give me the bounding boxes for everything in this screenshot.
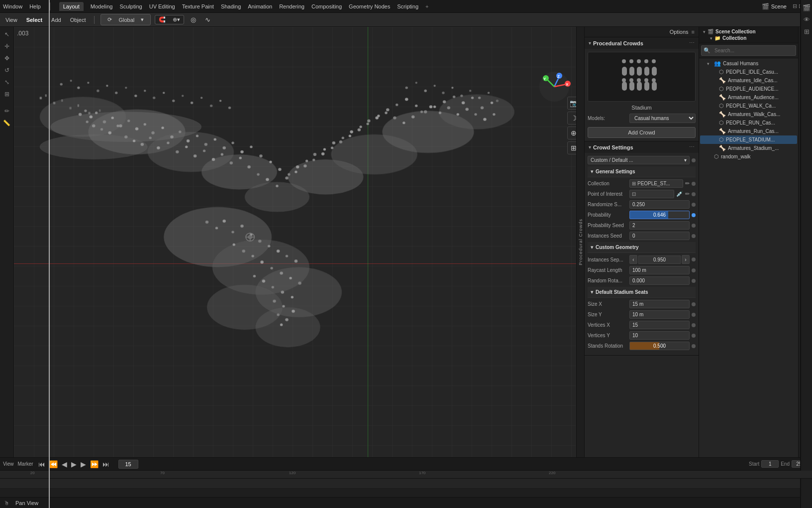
panel-menu-icon[interactable]: ≡: [692, 29, 695, 35]
outliner-item-people-idle[interactable]: ⬡ PEOPLE_IDLE_Casu...: [700, 68, 797, 76]
measure-tool-icon[interactable]: 📏: [1, 118, 12, 128]
outliner-item-people-walk[interactable]: ⬡ PEOPLE_WALK_Ca...: [700, 102, 797, 110]
jump-end-button[interactable]: ⏭: [102, 459, 110, 469]
poi-field[interactable]: ⊡: [629, 190, 674, 198]
crowd-settings-header[interactable]: ▾ Crowd Settings ⋯: [585, 141, 699, 153]
scene-name[interactable]: Scene: [771, 3, 787, 9]
size-x-value[interactable]: 15 m: [629, 300, 690, 308]
outliner-item-random-walk[interactable]: ⬡ random_walk: [700, 152, 797, 161]
outliner-item-armatures-run[interactable]: 🦴 Armatures_Run_Cas...: [700, 127, 797, 135]
scale-tool-icon[interactable]: ⤡: [1, 77, 12, 88]
view-menu-tl[interactable]: View: [3, 461, 14, 467]
workspace-tab-animation[interactable]: Animation: [248, 3, 272, 9]
procedural-crowds-tab[interactable]: Procedural Crowds: [576, 27, 584, 457]
select-tool-icon[interactable]: ↖: [1, 29, 12, 40]
instances-sep-input[interactable]: 0.950: [638, 255, 681, 264]
vertices-x-dot[interactable]: [692, 323, 696, 327]
crowd-settings-menu-icon[interactable]: ⋯: [689, 144, 695, 150]
add-menu[interactable]: Add: [49, 16, 64, 24]
add-workspace-btn[interactable]: +: [425, 3, 428, 9]
outliner-item-armatures-audience[interactable]: 🦴 Armatures_Audience...: [700, 93, 797, 102]
raycast-length-value[interactable]: 100 m: [629, 266, 690, 274]
play-button[interactable]: ▶: [70, 459, 78, 469]
outliner-item-armatures-idle[interactable]: 🦴 Armatures_Idle_Cas...: [700, 76, 797, 85]
workspace-tab-shading[interactable]: Shading: [221, 3, 241, 9]
custom-geometry-header[interactable]: ▾ Custom Geometry: [588, 242, 696, 253]
poi-dot[interactable]: [692, 192, 696, 196]
stands-rotation-dot[interactable]: [692, 344, 696, 348]
outliner-item-people-audience[interactable]: ⬡ PEOPLE_AUDIENCE...: [700, 85, 797, 93]
randomize-s-dot[interactable]: [692, 203, 696, 207]
instances-seed-value[interactable]: 0: [629, 232, 690, 240]
object-menu[interactable]: Object: [68, 16, 89, 24]
annotate-tool-icon[interactable]: ✏: [1, 106, 12, 117]
workspace-tab-compositing[interactable]: Compositing: [311, 3, 342, 9]
probability-value[interactable]: 0.646: [629, 211, 690, 219]
raycast-length-dot[interactable]: [692, 268, 696, 272]
random-rota-value[interactable]: 0.000: [629, 276, 690, 285]
select-menu[interactable]: Select: [24, 16, 45, 24]
instances-sep-dot[interactable]: [692, 257, 696, 261]
collection-field[interactable]: ⊞ PEOPLE_ST...: [629, 179, 683, 188]
transform-selector[interactable]: ⟳ Global ▾: [101, 14, 151, 25]
random-rota-dot[interactable]: [692, 279, 696, 283]
models-select[interactable]: Casual humans: [629, 114, 696, 123]
outliner-item-armatures-stadium[interactable]: 🦴 Armatures_Stadium_...: [700, 144, 797, 152]
next-keyframe-button[interactable]: ⏩: [89, 459, 100, 469]
vertices-y-dot[interactable]: [692, 334, 696, 338]
vertices-x-value[interactable]: 15: [629, 321, 690, 329]
size-y-dot[interactable]: [692, 313, 696, 317]
size-x-dot[interactable]: [692, 302, 696, 306]
viewport-3d[interactable]: Z X Y 📷 ☽ ⊕ ⊞ .003 Procedural Crowds: [14, 27, 584, 457]
view-menu[interactable]: View: [3, 16, 20, 24]
instances-sep-decrement[interactable]: ‹: [629, 255, 637, 264]
workspace-tab-uv[interactable]: UV Editing: [149, 3, 175, 9]
workspace-tab-layout[interactable]: Layout: [59, 2, 84, 11]
menu-help[interactable]: Help: [29, 3, 41, 9]
step-forward-button[interactable]: ▶: [80, 459, 87, 469]
vertices-y-value[interactable]: 10: [629, 331, 690, 340]
collection-dot[interactable]: [692, 182, 696, 186]
start-frame-input[interactable]: 1: [761, 460, 779, 468]
marker-menu-tl[interactable]: Marker: [18, 461, 33, 467]
props-tab-filter-icon[interactable]: ⊞: [801, 27, 812, 37]
instances-sep-increment[interactable]: ›: [682, 255, 690, 264]
proportional-edit-btn[interactable]: ◎: [188, 15, 199, 24]
probability-dot[interactable]: [692, 213, 696, 217]
move-tool-icon[interactable]: ✥: [1, 53, 12, 64]
outliner-item-armatures-walk[interactable]: 🦴 Armatures_Walk_Cas...: [700, 110, 797, 119]
size-y-value[interactable]: 10 m: [629, 310, 690, 319]
options-button[interactable]: Options: [670, 29, 689, 35]
timeline-track[interactable]: [0, 479, 812, 489]
workspace-tab-geonodes[interactable]: Geometry Nodes: [349, 3, 390, 9]
section-menu-icon[interactable]: ⋯: [689, 40, 695, 46]
outliner-item-casual-humans[interactable]: ▾ 👥 Casual Humans: [700, 59, 797, 68]
rotate-tool-icon[interactable]: ↺: [1, 65, 12, 76]
collection-edit-icon[interactable]: ✏: [685, 180, 690, 187]
probability-seed-value[interactable]: 2: [629, 221, 690, 230]
custom-default-dot[interactable]: [692, 158, 696, 162]
workspace-tab-sculpting[interactable]: Sculpting: [119, 3, 142, 9]
workspace-tab-texturepaint[interactable]: Texture Paint: [182, 3, 214, 9]
randomize-s-value[interactable]: 0.250: [629, 200, 690, 209]
menu-window[interactable]: Window: [3, 3, 22, 9]
outliner-search-input[interactable]: [712, 47, 794, 54]
workspace-tab-scripting[interactable]: Scripting: [397, 3, 418, 9]
step-back-button[interactable]: ◀: [61, 459, 68, 469]
stands-rotation-value[interactable]: 0.500: [629, 342, 690, 350]
jump-start-button[interactable]: ⏮: [37, 459, 46, 469]
poi-edit-icon[interactable]: ✏: [685, 191, 690, 197]
outliner-item-people-run[interactable]: ⬡ PEOPLE_RUN_Cas...: [700, 119, 797, 127]
stadium-seats-header[interactable]: ▾ Default Stadium Seats: [588, 287, 696, 298]
cursor-tool-icon[interactable]: ✛: [1, 41, 12, 52]
add-crowd-button[interactable]: Add Crowd: [588, 127, 696, 138]
instances-seed-dot[interactable]: [692, 234, 696, 238]
workspace-tab-rendering[interactable]: Rendering: [279, 3, 304, 9]
transform-tool-icon[interactable]: ⊞: [1, 89, 12, 100]
outliner-item-people-stadium[interactable]: ⬡ PEOPLE_STADIUM...: [700, 135, 797, 144]
probability-seed-dot[interactable]: [692, 224, 696, 228]
general-settings-header[interactable]: ▾ General Settings: [588, 166, 696, 177]
procedural-crowds-header[interactable]: ▾ Procedural Crowds ⋯: [585, 37, 699, 49]
proportional-falloff-btn[interactable]: ∿: [203, 15, 213, 24]
snap-options-btn[interactable]: ⊕▾: [169, 15, 184, 24]
